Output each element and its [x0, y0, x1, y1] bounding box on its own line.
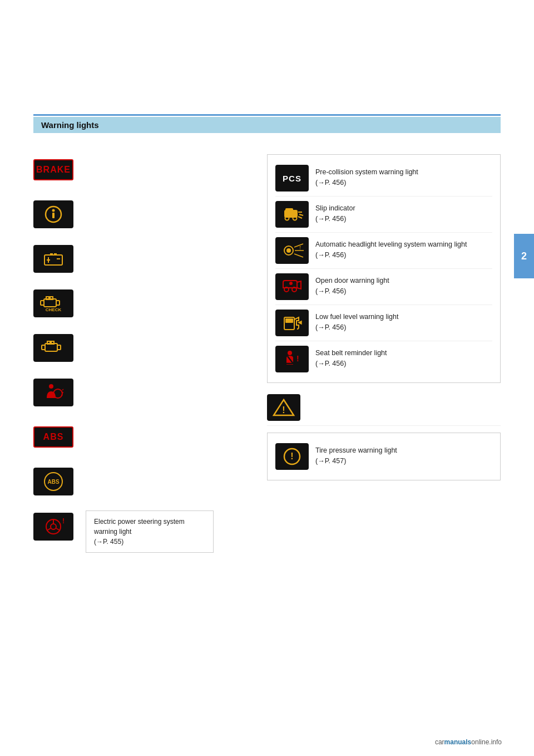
svg-rect-15 — [45, 343, 57, 351]
svg-rect-13 — [41, 301, 44, 305]
svg-rect-16 — [57, 345, 61, 350]
logo-highlight: manuals — [444, 738, 472, 746]
svg-rect-17 — [47, 341, 50, 344]
svg-line-22 — [62, 389, 63, 390]
door-info: Open door warning light (→P. 456) — [315, 273, 389, 297]
person-airbag-icon — [33, 379, 73, 406]
abs-label: ABS — [43, 432, 64, 442]
abs-icon: ABS — [33, 426, 73, 448]
slip-ref: (→P. 456) — [315, 214, 355, 224]
headlight-row: ↑ Automatic headlight leveling system wa… — [275, 233, 492, 269]
check-icon: CHECK — [33, 289, 73, 317]
pcs-icon: PCS — [275, 165, 309, 192]
abs-row: ABS — [33, 421, 245, 453]
slip-row: Slip indicator (→P. 456) — [275, 197, 492, 233]
svg-rect-10 — [56, 301, 60, 305]
seatbelt-ref: (→P. 456) — [315, 359, 387, 369]
svg-text:CHECK: CHECK — [46, 307, 62, 312]
logo-text: car — [435, 738, 444, 746]
engine-row — [33, 332, 245, 364]
abs-circle-row: ABS — [33, 466, 245, 497]
fuel-row: ◀ Low fuel level warning light (→P. 456) — [275, 305, 492, 341]
svg-line-44 — [294, 254, 303, 257]
svg-text:!: ! — [296, 354, 299, 363]
door-ref: (→P. 456) — [315, 286, 389, 297]
tire-pressure-box: ! Tire pressure warning light (→P. 457) — [267, 433, 501, 480]
footer-logo: carmanualsonline.info — [435, 738, 502, 746]
fuel-info: Low fuel level warning light (→P. 456) — [315, 310, 398, 333]
tire-pressure-ref: (→P. 457) — [315, 456, 397, 467]
tire-pressure-icon: ! — [275, 443, 309, 470]
fuel-icon: ◀ — [275, 310, 309, 336]
svg-text:↑: ↑ — [299, 244, 302, 251]
brake-label: BRAKE — [36, 165, 71, 175]
master-warning-svg: ! — [271, 397, 296, 418]
eps-callout-ref: (→P. 455) — [94, 537, 205, 547]
headlight-ref: (→P. 456) — [315, 250, 467, 261]
tire-pressure-text: Tire pressure warning light — [315, 445, 397, 456]
door-icon — [275, 273, 309, 300]
tire-pressure-svg: ! — [280, 446, 304, 467]
seatbelt-info: Seat belt reminder light (→P. 456) — [315, 346, 387, 369]
svg-rect-50 — [285, 318, 293, 323]
pcs-ref: (→P. 456) — [315, 178, 418, 188]
brake-icon: BRAKE — [33, 159, 73, 180]
right-column: PCS Pre-collision system warning light (… — [267, 149, 501, 553]
door-text: Open door warning light — [315, 276, 389, 286]
headlight-icon: ↑ — [275, 237, 309, 264]
slip-info: Slip indicator (→P. 456) — [315, 201, 355, 224]
abs-circle-svg: ABS — [39, 470, 67, 493]
svg-text:!: ! — [282, 405, 285, 415]
svg-point-28 — [51, 524, 56, 529]
eps-svg: ! — [41, 517, 66, 537]
seatbelt-text: Seat belt reminder light — [315, 348, 387, 359]
tire-pressure-info: Tire pressure warning light (→P. 457) — [315, 443, 397, 467]
door-svg — [280, 277, 304, 297]
check-svg: CHECK — [38, 291, 68, 316]
svg-rect-12 — [50, 297, 53, 300]
headlight-svg: ↑ — [280, 240, 304, 261]
top-line — [33, 114, 501, 116]
fuel-svg: ◀ — [280, 313, 304, 333]
headlight-text: Automatic headlight leveling system warn… — [315, 239, 467, 250]
warning-lights-section: Warning lights BRAKE — [33, 117, 501, 553]
srs-row — [33, 199, 245, 230]
master-warning-icon: ! — [267, 394, 300, 421]
chapter-number: 2 — [521, 251, 527, 262]
svg-line-38 — [299, 214, 303, 215]
tire-pressure-row: ! Tire pressure warning light (→P. 457) — [275, 439, 492, 474]
right-grouped-box: PCS Pre-collision system warning light (… — [267, 154, 501, 383]
svg-text:◀: ◀ — [298, 319, 302, 325]
seatbelt-icon: ! — [275, 346, 309, 372]
engine-icon — [33, 334, 73, 362]
engine-svg — [39, 337, 67, 359]
eps-callout: Electric power steering system warning l… — [86, 510, 214, 553]
srs-icon — [33, 200, 73, 228]
svg-point-1 — [52, 209, 55, 212]
eps-icon: ! — [33, 513, 73, 541]
person-airbag-row — [33, 377, 245, 408]
svg-rect-9 — [44, 299, 56, 307]
master-warning-row: ! — [267, 390, 501, 426]
person-svg — [41, 382, 66, 402]
svg-rect-19 — [42, 345, 45, 350]
battery-icon — [33, 245, 73, 273]
svg-text:ABS: ABS — [47, 479, 59, 485]
svg-rect-5 — [54, 253, 57, 256]
srs-svg — [41, 204, 66, 224]
svg-rect-11 — [46, 297, 49, 300]
pcs-text: Pre-collision system warning light — [315, 167, 418, 178]
abs-circle-icon: ABS — [33, 468, 73, 495]
fuel-text: Low fuel level warning light — [315, 312, 398, 322]
svg-rect-18 — [51, 341, 54, 344]
fuel-ref: (→P. 456) — [315, 322, 398, 333]
svg-point-52 — [288, 351, 292, 355]
seatbelt-svg: ! — [280, 349, 304, 369]
battery-row — [33, 243, 245, 274]
svg-point-48 — [289, 282, 293, 285]
seatbelt-row: ! Seat belt reminder light (→P. 456) — [275, 341, 492, 377]
battery-svg — [41, 249, 66, 269]
section-title: Warning lights — [41, 120, 99, 130]
svg-point-41 — [286, 248, 291, 253]
chapter-tab: 2 — [514, 234, 534, 278]
